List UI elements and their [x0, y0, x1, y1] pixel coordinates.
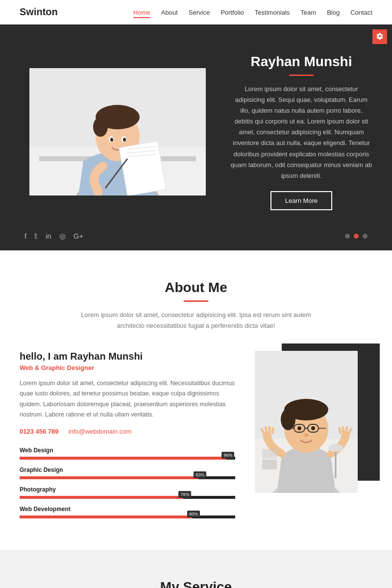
hero-profile-image — [29, 68, 206, 196]
about-subtitle: Lorem ipsum dolor sit amet, consectetur … — [74, 310, 318, 331]
skill-fill: 96% — [20, 457, 226, 460]
twitter-icon[interactable]: 𝕥 — [34, 232, 38, 241]
skill-track: 80% — [20, 515, 235, 518]
dot-1[interactable] — [345, 234, 350, 239]
skill-web-development: Web Development 80% — [20, 506, 235, 518]
facebook-icon[interactable]: f — [24, 232, 26, 241]
hero-section: Rayhan Munshi Lorem ipsum dolor sit amet… — [0, 24, 392, 250]
nav-item-about[interactable]: About — [161, 9, 178, 16]
navbar: Swinton Home About Service Portfolio Tes… — [0, 0, 392, 24]
svg-point-6 — [93, 117, 108, 137]
hero-person-illustration — [29, 68, 206, 196]
about-content: hello, I am Rayhan Munshi Web & Graphic … — [20, 351, 372, 525]
nav-item-team[interactable]: Team — [300, 9, 316, 16]
skill-label: Web Development — [20, 506, 235, 513]
nav-item-contact[interactable]: Contact — [350, 9, 372, 16]
hero-text-block: Rayhan Munshi Lorem ipsum dolor sit amet… — [206, 54, 372, 210]
services-title: My Service — [20, 579, 372, 588]
hero-bottom-bar: f 𝕥 in ◎ G+ — [0, 225, 392, 250]
hero-content: Rayhan Munshi Lorem ipsum dolor sit amet… — [0, 24, 392, 225]
skill-label: Photography — [20, 486, 235, 493]
svg-point-10 — [123, 138, 126, 142]
site-logo[interactable]: Swinton — [20, 6, 58, 18]
social-links: f 𝕥 in ◎ G+ — [24, 232, 83, 241]
carousel-dots — [345, 234, 368, 239]
skill-track: 76% — [20, 496, 235, 499]
dot-3[interactable] — [363, 234, 368, 239]
skills-section: Web Design 96% Graphic Design 83% — [20, 447, 235, 518]
svg-point-22 — [281, 409, 295, 430]
hero-description: Lorem ipsum dolor sit amet, consectetur … — [230, 84, 372, 181]
skill-percent: 76% — [178, 491, 191, 498]
about-role: Web & Graphic Designer — [20, 364, 235, 371]
nav-links: Home About Service Portfolio Testimonial… — [133, 8, 372, 17]
svg-point-28 — [297, 426, 301, 430]
gear-icon — [376, 32, 384, 42]
about-section: About Me Lorem ipsum dolor sit amet, con… — [0, 250, 392, 550]
svg-point-9 — [110, 138, 113, 142]
learn-more-button[interactable]: Learn More — [270, 191, 332, 210]
about-profile-image — [255, 351, 358, 493]
svg-line-34 — [266, 427, 267, 432]
skill-graphic-design: Graphic Design 83% — [20, 466, 235, 479]
skill-web-design: Web Design 96% — [20, 447, 235, 460]
about-profile-image-wrapper — [255, 351, 372, 493]
svg-line-38 — [346, 427, 347, 432]
skill-percent: 96% — [221, 452, 234, 459]
about-person-illustration — [255, 351, 358, 493]
skill-fill: 80% — [20, 515, 192, 518]
svg-rect-44 — [262, 460, 277, 469]
skill-track: 83% — [20, 476, 235, 479]
nav-item-blog[interactable]: Blog — [327, 9, 340, 16]
dot-2[interactable] — [354, 234, 359, 239]
about-divider — [184, 300, 208, 302]
skill-fill: 76% — [20, 496, 183, 499]
svg-line-36 — [272, 428, 273, 433]
about-title: About Me — [20, 280, 372, 295]
about-description: Lorem ipsum dolor sit amet, consectetur … — [20, 378, 235, 420]
about-hello: hello, I am Rayhan Munshi — [20, 351, 235, 362]
hero-divider — [289, 74, 314, 76]
skill-percent: 83% — [194, 471, 206, 478]
svg-rect-11 — [119, 141, 166, 196]
svg-point-29 — [311, 426, 315, 430]
about-phone: 0123 456 789 — [20, 428, 59, 435]
nav-item-portfolio[interactable]: Portfolio — [220, 9, 244, 16]
about-email: info@webdomain.com — [69, 428, 132, 435]
skill-track: 96% — [20, 457, 235, 460]
skill-fill: 83% — [20, 476, 198, 479]
nav-item-home[interactable]: Home — [133, 9, 150, 18]
skill-percent: 80% — [187, 511, 200, 517]
hero-name: Rayhan Munshi — [230, 54, 372, 70]
svg-line-40 — [340, 428, 340, 433]
about-contact: 0123 456 789 info@webdomain.com — [20, 428, 235, 435]
linkedin-icon[interactable]: in — [46, 232, 51, 241]
about-left-col: hello, I am Rayhan Munshi Web & Graphic … — [20, 351, 235, 525]
svg-point-30 — [304, 434, 308, 437]
nav-item-service[interactable]: Service — [189, 9, 210, 16]
instagram-icon[interactable]: ◎ — [59, 232, 66, 241]
nav-item-testimonials[interactable]: Testimonials — [255, 9, 290, 16]
svg-point-42 — [328, 444, 343, 452]
skill-photography: Photography 76% — [20, 486, 235, 499]
settings-button[interactable] — [372, 29, 387, 44]
googleplus-icon[interactable]: G+ — [74, 232, 83, 241]
skill-label: Web Design — [20, 447, 235, 454]
services-section: My Service Lorem ipsum dolor sit amet, c… — [0, 550, 392, 588]
svg-rect-43 — [262, 449, 277, 459]
